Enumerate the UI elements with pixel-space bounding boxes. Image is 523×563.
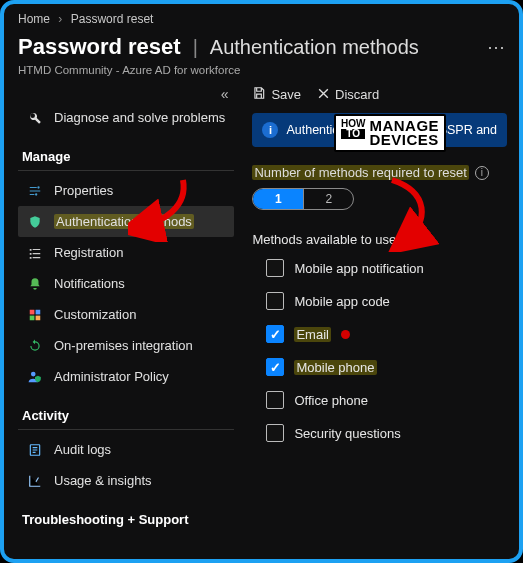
palette-icon [26,308,44,322]
info-banner[interactable]: i Authentication Methods for SSPR and [252,113,507,147]
page-subtitle: HTMD Community - Azure AD for workforce [18,64,507,76]
pill-option-2[interactable]: 2 [303,189,353,209]
sidebar-item-registration[interactable]: Registration [18,237,234,268]
methods-required-label: Number of methods required to reset [252,165,468,180]
title-main: Password reset [18,34,181,60]
discard-button[interactable]: Discard [317,87,379,103]
checkbox-icon[interactable] [266,259,284,277]
info-icon: i [262,122,278,138]
method-security-questions[interactable]: Security questions [266,424,507,442]
svg-rect-3 [36,309,41,314]
checkbox-icon[interactable] [266,424,284,442]
checkbox-icon[interactable] [266,391,284,409]
method-app-code[interactable]: Mobile app code [266,292,507,310]
sliders-icon [26,184,44,198]
check-list-icon [26,246,44,260]
save-button[interactable]: Save [252,86,301,103]
shield-icon [26,215,44,229]
save-icon [252,86,266,103]
wrench-icon [26,111,44,125]
sidebar-item-auth-methods[interactable]: Authentication methods [18,206,234,237]
more-icon[interactable]: ⋯ [487,36,507,58]
annotation-dot [341,330,350,339]
breadcrumb-current[interactable]: Password reset [71,12,154,26]
svg-point-6 [31,371,36,376]
sidebar: « Diagnose and solve problems Manage Pro… [18,86,234,537]
page-title: Password reset | Authentication methods … [18,34,507,60]
methods-available-label: Methods available to users [252,232,507,247]
svg-rect-4 [30,315,35,320]
methods-required-toggle[interactable]: 1 2 [252,188,354,210]
sidebar-item-usage[interactable]: Usage & insights [18,465,234,496]
breadcrumb: Home › Password reset [18,12,507,26]
breadcrumb-home[interactable]: Home [18,12,50,26]
sidebar-item-onprem[interactable]: On-premises integration [18,330,234,361]
log-icon [26,443,44,457]
svg-rect-2 [30,309,35,314]
method-office-phone[interactable]: Office phone [266,391,507,409]
toolbar: Save Discard [252,86,507,103]
sidebar-item-admin-policy[interactable]: Administrator Policy [18,361,234,392]
sidebar-heading-activity: Activity [18,398,234,430]
svg-point-0 [37,186,39,188]
sync-icon [26,339,44,353]
checkbox-icon[interactable] [266,292,284,310]
method-app-notification[interactable]: Mobile app notification [266,259,507,277]
sidebar-item-diagnose[interactable]: Diagnose and solve problems [18,102,234,133]
pill-option-1[interactable]: 1 [253,189,303,209]
sidebar-heading-troubleshoot: Troubleshooting + Support [18,502,234,533]
sidebar-heading-manage: Manage [18,139,234,171]
close-icon [317,87,330,103]
person-shield-icon [26,370,44,384]
bell-icon [26,277,44,291]
collapse-icon[interactable]: « [221,86,229,102]
svg-point-1 [35,193,37,195]
sidebar-item-properties[interactable]: Properties [18,175,234,206]
info-outline-icon[interactable]: i [475,166,489,180]
checkbox-checked-icon[interactable] [266,358,284,376]
sidebar-item-audit-logs[interactable]: Audit logs [18,434,234,465]
chevron-right-icon: › [58,12,62,26]
svg-rect-5 [36,315,41,320]
method-mobile-phone[interactable]: Mobile phone [266,358,507,376]
main-panel: Save Discard i Authentication Methods fo… [234,86,507,537]
method-email[interactable]: Email [266,325,507,343]
sidebar-item-customization[interactable]: Customization [18,299,234,330]
title-sub: Authentication methods [210,36,419,59]
methods-required-label-row: Number of methods required to reset i [252,165,507,180]
checkbox-checked-icon[interactable] [266,325,284,343]
sidebar-item-notifications[interactable]: Notifications [18,268,234,299]
chart-icon [26,474,44,488]
